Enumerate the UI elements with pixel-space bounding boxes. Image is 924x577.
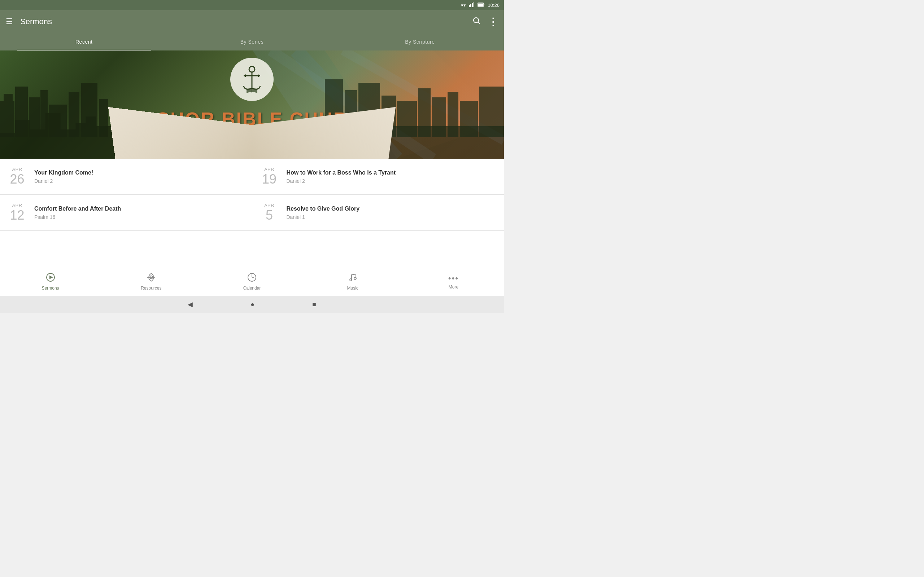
tab-bar: Recent By Series By Scripture xyxy=(0,33,504,50)
sermon-info-2: How to Work for a Boss Who is a Tyrant D… xyxy=(287,169,497,184)
sermon-info-3: Comfort Before and After Death Psalm 16 xyxy=(34,205,245,220)
app-bar-left: ☰ Sermons xyxy=(6,17,52,26)
svg-rect-3 xyxy=(473,2,474,7)
sermon-scripture-2: Daniel 2 xyxy=(287,178,497,184)
sermon-day-2: 19 xyxy=(260,172,279,187)
more-nav-icon: ••• xyxy=(448,274,459,283)
svg-rect-5 xyxy=(484,4,485,5)
svg-marker-36 xyxy=(244,74,246,77)
svg-rect-6 xyxy=(478,3,483,6)
hero-banner: ANCHOR BIBLE CHURCH xyxy=(0,50,504,159)
sermon-item-4[interactable]: APR 5 Resolve to Give God Glory Daniel 1 xyxy=(252,195,504,230)
sermon-scripture-4: Daniel 1 xyxy=(287,214,497,220)
nav-resources[interactable]: Resources xyxy=(101,272,201,291)
svg-rect-2 xyxy=(472,3,473,7)
sermon-day-4: 5 xyxy=(260,208,279,222)
sermon-date-1: APR 26 xyxy=(7,167,27,187)
sermons-nav-label: Sermons xyxy=(42,285,59,291)
back-button[interactable]: ◀ xyxy=(188,300,193,308)
sermon-scripture-3: Psalm 16 xyxy=(34,214,245,220)
sermon-day-1: 26 xyxy=(7,172,27,187)
sermon-date-4: APR 5 xyxy=(260,203,279,222)
svg-rect-0 xyxy=(469,5,470,7)
tab-recent[interactable]: Recent xyxy=(0,33,168,50)
sermon-item-2[interactable]: APR 19 How to Work for a Boss Who is a T… xyxy=(252,159,504,194)
more-options-icon[interactable]: ⋮ xyxy=(488,16,498,28)
sermon-month-2: APR xyxy=(260,167,279,172)
sermon-info-4: Resolve to Give God Glory Daniel 1 xyxy=(287,205,497,220)
status-bar: ▾▾ 10:26 xyxy=(0,0,504,10)
music-nav-icon xyxy=(348,272,357,284)
search-icon[interactable] xyxy=(472,16,481,27)
nav-calendar[interactable]: Calendar xyxy=(201,272,302,291)
home-button[interactable]: ● xyxy=(250,301,254,308)
sermon-row-2: APR 12 Comfort Before and After Death Ps… xyxy=(0,195,504,231)
calendar-nav-icon xyxy=(247,272,257,284)
calendar-nav-label: Calendar xyxy=(243,285,261,291)
system-nav: ◀ ● ■ xyxy=(0,296,504,313)
sermon-info-1: Your Kingdom Come! Daniel 2 xyxy=(34,169,245,184)
recents-button[interactable]: ■ xyxy=(312,301,316,308)
svg-rect-1 xyxy=(470,4,472,7)
app-bar: ☰ Sermons ⋮ xyxy=(0,10,504,33)
app-bar-right: ⋮ xyxy=(472,16,498,28)
sermon-month-4: APR xyxy=(260,203,279,208)
sermon-date-2: APR 19 xyxy=(260,167,279,187)
svg-line-8 xyxy=(478,23,480,24)
hero-logo-circle xyxy=(230,58,274,101)
sermon-title-2: How to Work for a Boss Who is a Tyrant xyxy=(287,169,497,177)
sermon-month-3: APR xyxy=(7,203,27,208)
sermon-date-3: APR 12 xyxy=(7,203,27,222)
sermon-title-3: Comfort Before and After Death xyxy=(34,205,245,213)
nav-more[interactable]: ••• More xyxy=(403,274,504,290)
anchor-icon xyxy=(239,65,265,94)
sermon-day-3: 12 xyxy=(7,208,27,222)
tab-by-series[interactable]: By Series xyxy=(168,33,336,50)
resources-nav-icon xyxy=(147,272,156,284)
svg-marker-37 xyxy=(258,74,260,77)
sermons-nav-icon xyxy=(46,272,55,284)
nav-sermons[interactable]: Sermons xyxy=(0,272,101,291)
sermon-month-1: APR xyxy=(7,167,27,172)
status-time: 10:26 xyxy=(488,3,499,8)
sermon-title-4: Resolve to Give God Glory xyxy=(287,205,497,213)
sermon-item-1[interactable]: APR 26 Your Kingdom Come! Daniel 2 xyxy=(0,159,252,194)
battery-icon xyxy=(478,3,485,8)
nav-music[interactable]: Music xyxy=(302,272,403,291)
svg-point-33 xyxy=(249,66,255,72)
sermon-item-3[interactable]: APR 12 Comfort Before and After Death Ps… xyxy=(0,195,252,230)
bottom-nav: Sermons Resources Calendar xyxy=(0,267,504,296)
svg-marker-40 xyxy=(50,276,53,279)
more-nav-label: More xyxy=(449,285,459,290)
tab-by-scripture[interactable]: By Scripture xyxy=(336,33,504,50)
music-nav-label: Music xyxy=(347,285,359,291)
app-title: Sermons xyxy=(20,17,52,26)
hamburger-icon[interactable]: ☰ xyxy=(6,17,13,26)
svg-point-7 xyxy=(473,18,478,23)
signal-icon xyxy=(469,2,475,8)
sermon-title-1: Your Kingdom Come! xyxy=(34,169,245,177)
sermon-row-1: APR 26 Your Kingdom Come! Daniel 2 APR 1… xyxy=(0,159,504,195)
sermon-scripture-1: Daniel 2 xyxy=(34,178,245,184)
wifi-icon: ▾▾ xyxy=(461,3,466,8)
bible-pages xyxy=(158,122,346,159)
resources-nav-label: Resources xyxy=(141,285,162,291)
